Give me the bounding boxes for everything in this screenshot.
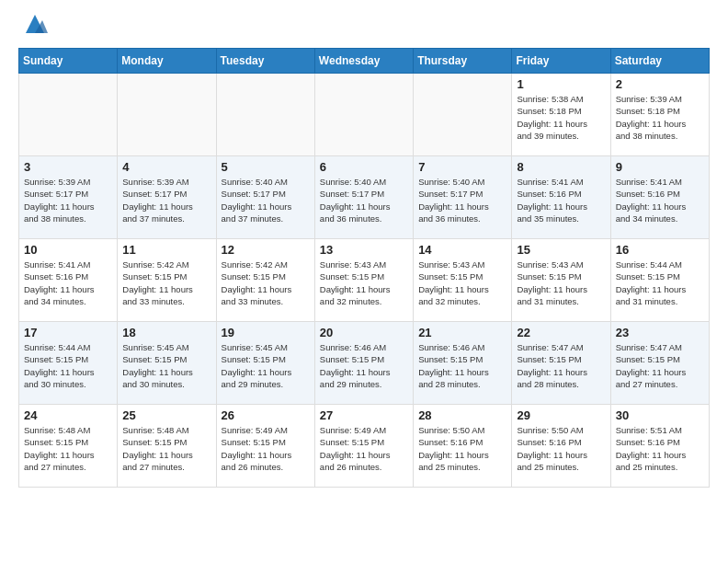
calendar-cell: 16Sunrise: 5:44 AM Sunset: 5:15 PM Dayli… bbox=[610, 239, 709, 322]
calendar-cell: 18Sunrise: 5:45 AM Sunset: 5:15 PM Dayli… bbox=[118, 322, 216, 405]
day-info: Sunrise: 5:42 AM Sunset: 5:15 PM Dayligh… bbox=[222, 259, 310, 307]
day-info: Sunrise: 5:43 AM Sunset: 5:15 PM Dayligh… bbox=[320, 259, 408, 307]
day-number: 22 bbox=[517, 326, 605, 339]
weekday-header-wednesday: Wednesday bbox=[314, 49, 413, 74]
day-number: 6 bbox=[320, 160, 408, 174]
logo bbox=[18, 15, 48, 37]
calendar-cell: 7Sunrise: 5:40 AM Sunset: 5:17 PM Daylig… bbox=[414, 156, 512, 239]
day-number: 19 bbox=[222, 326, 310, 339]
calendar-cell: 15Sunrise: 5:43 AM Sunset: 5:15 PM Dayli… bbox=[512, 239, 610, 322]
day-info: Sunrise: 5:47 AM Sunset: 5:15 PM Dayligh… bbox=[616, 341, 704, 390]
calendar-cell: 17Sunrise: 5:44 AM Sunset: 5:15 PM Dayli… bbox=[19, 322, 118, 405]
calendar-table: SundayMondayTuesdayWednesdayThursdayFrid… bbox=[18, 48, 710, 488]
day-number: 9 bbox=[616, 160, 704, 174]
day-number: 4 bbox=[122, 160, 210, 174]
day-number: 15 bbox=[517, 243, 605, 257]
day-info: Sunrise: 5:49 AM Sunset: 5:15 PM Dayligh… bbox=[222, 424, 310, 473]
day-number: 12 bbox=[222, 243, 310, 257]
day-info: Sunrise: 5:41 AM Sunset: 5:16 PM Dayligh… bbox=[24, 259, 112, 307]
day-info: Sunrise: 5:44 AM Sunset: 5:15 PM Dayligh… bbox=[616, 259, 704, 307]
calendar-cell: 5Sunrise: 5:40 AM Sunset: 5:17 PM Daylig… bbox=[216, 156, 314, 239]
day-info: Sunrise: 5:40 AM Sunset: 5:17 PM Dayligh… bbox=[418, 176, 506, 224]
day-number: 30 bbox=[616, 408, 704, 422]
day-number: 10 bbox=[24, 243, 112, 257]
day-number: 23 bbox=[616, 326, 704, 339]
calendar-week-5: 24Sunrise: 5:48 AM Sunset: 5:15 PM Dayli… bbox=[19, 405, 710, 488]
day-number: 1 bbox=[517, 77, 605, 91]
day-info: Sunrise: 5:50 AM Sunset: 5:16 PM Dayligh… bbox=[418, 424, 506, 473]
day-info: Sunrise: 5:47 AM Sunset: 5:15 PM Dayligh… bbox=[517, 341, 605, 390]
day-info: Sunrise: 5:39 AM Sunset: 5:17 PM Dayligh… bbox=[122, 176, 210, 224]
day-info: Sunrise: 5:44 AM Sunset: 5:15 PM Dayligh… bbox=[24, 341, 112, 390]
day-number: 24 bbox=[24, 408, 112, 422]
logo-icon bbox=[22, 11, 48, 37]
weekday-header-friday: Friday bbox=[512, 49, 610, 74]
day-number: 29 bbox=[517, 408, 605, 422]
day-number: 14 bbox=[418, 243, 506, 257]
day-number: 21 bbox=[418, 326, 506, 339]
day-number: 27 bbox=[320, 408, 408, 422]
weekday-header-tuesday: Tuesday bbox=[216, 49, 314, 74]
day-number: 11 bbox=[122, 243, 210, 257]
calendar-cell: 24Sunrise: 5:48 AM Sunset: 5:15 PM Dayli… bbox=[19, 405, 118, 488]
day-number: 18 bbox=[122, 326, 210, 339]
calendar-cell: 2Sunrise: 5:39 AM Sunset: 5:18 PM Daylig… bbox=[610, 74, 709, 156]
weekday-header-monday: Monday bbox=[118, 49, 216, 74]
header bbox=[18, 15, 710, 37]
calendar-cell bbox=[19, 74, 118, 156]
calendar-cell: 23Sunrise: 5:47 AM Sunset: 5:15 PM Dayli… bbox=[610, 322, 709, 405]
day-info: Sunrise: 5:49 AM Sunset: 5:15 PM Dayligh… bbox=[320, 424, 408, 473]
calendar-cell: 11Sunrise: 5:42 AM Sunset: 5:15 PM Dayli… bbox=[118, 239, 216, 322]
day-info: Sunrise: 5:43 AM Sunset: 5:15 PM Dayligh… bbox=[517, 259, 605, 307]
calendar-cell: 4Sunrise: 5:39 AM Sunset: 5:17 PM Daylig… bbox=[118, 156, 216, 239]
calendar-cell: 29Sunrise: 5:50 AM Sunset: 5:16 PM Dayli… bbox=[512, 405, 610, 488]
day-info: Sunrise: 5:40 AM Sunset: 5:17 PM Dayligh… bbox=[222, 176, 310, 224]
day-info: Sunrise: 5:41 AM Sunset: 5:16 PM Dayligh… bbox=[517, 176, 605, 224]
day-info: Sunrise: 5:48 AM Sunset: 5:15 PM Dayligh… bbox=[122, 424, 210, 473]
calendar-week-1: 1Sunrise: 5:38 AM Sunset: 5:18 PM Daylig… bbox=[19, 74, 710, 156]
weekday-header-saturday: Saturday bbox=[610, 49, 709, 74]
day-info: Sunrise: 5:45 AM Sunset: 5:15 PM Dayligh… bbox=[222, 341, 310, 390]
day-number: 17 bbox=[24, 326, 112, 339]
calendar-cell: 21Sunrise: 5:46 AM Sunset: 5:15 PM Dayli… bbox=[414, 322, 512, 405]
day-info: Sunrise: 5:50 AM Sunset: 5:16 PM Dayligh… bbox=[517, 424, 605, 473]
weekday-header-thursday: Thursday bbox=[414, 49, 512, 74]
calendar-cell: 19Sunrise: 5:45 AM Sunset: 5:15 PM Dayli… bbox=[216, 322, 314, 405]
calendar-cell bbox=[314, 74, 413, 156]
calendar-week-4: 17Sunrise: 5:44 AM Sunset: 5:15 PM Dayli… bbox=[19, 322, 710, 405]
calendar-cell bbox=[414, 74, 512, 156]
day-info: Sunrise: 5:46 AM Sunset: 5:15 PM Dayligh… bbox=[320, 341, 408, 390]
day-info: Sunrise: 5:39 AM Sunset: 5:17 PM Dayligh… bbox=[24, 176, 112, 224]
calendar-week-3: 10Sunrise: 5:41 AM Sunset: 5:16 PM Dayli… bbox=[19, 239, 710, 322]
day-info: Sunrise: 5:43 AM Sunset: 5:15 PM Dayligh… bbox=[418, 259, 506, 307]
calendar-cell bbox=[118, 74, 216, 156]
calendar-cell bbox=[216, 74, 314, 156]
calendar-cell: 6Sunrise: 5:40 AM Sunset: 5:17 PM Daylig… bbox=[314, 156, 413, 239]
day-info: Sunrise: 5:51 AM Sunset: 5:16 PM Dayligh… bbox=[616, 424, 704, 473]
calendar-week-2: 3Sunrise: 5:39 AM Sunset: 5:17 PM Daylig… bbox=[19, 156, 710, 239]
calendar-cell: 14Sunrise: 5:43 AM Sunset: 5:15 PM Dayli… bbox=[414, 239, 512, 322]
calendar-cell: 20Sunrise: 5:46 AM Sunset: 5:15 PM Dayli… bbox=[314, 322, 413, 405]
day-info: Sunrise: 5:46 AM Sunset: 5:15 PM Dayligh… bbox=[418, 341, 506, 390]
day-number: 2 bbox=[616, 77, 704, 91]
day-info: Sunrise: 5:39 AM Sunset: 5:18 PM Dayligh… bbox=[616, 93, 704, 142]
calendar-cell: 25Sunrise: 5:48 AM Sunset: 5:15 PM Dayli… bbox=[118, 405, 216, 488]
page: SundayMondayTuesdayWednesdayThursdayFrid… bbox=[0, 0, 728, 502]
calendar-header-row: SundayMondayTuesdayWednesdayThursdayFrid… bbox=[19, 49, 710, 74]
calendar-cell: 1Sunrise: 5:38 AM Sunset: 5:18 PM Daylig… bbox=[512, 74, 610, 156]
day-number: 26 bbox=[222, 408, 310, 422]
calendar-cell: 22Sunrise: 5:47 AM Sunset: 5:15 PM Dayli… bbox=[512, 322, 610, 405]
calendar-cell: 13Sunrise: 5:43 AM Sunset: 5:15 PM Dayli… bbox=[314, 239, 413, 322]
calendar-cell: 28Sunrise: 5:50 AM Sunset: 5:16 PM Dayli… bbox=[414, 405, 512, 488]
day-info: Sunrise: 5:45 AM Sunset: 5:15 PM Dayligh… bbox=[122, 341, 210, 390]
day-info: Sunrise: 5:41 AM Sunset: 5:16 PM Dayligh… bbox=[616, 176, 704, 224]
day-number: 8 bbox=[517, 160, 605, 174]
calendar-cell: 8Sunrise: 5:41 AM Sunset: 5:16 PM Daylig… bbox=[512, 156, 610, 239]
day-info: Sunrise: 5:40 AM Sunset: 5:17 PM Dayligh… bbox=[320, 176, 408, 224]
day-number: 3 bbox=[24, 160, 112, 174]
day-number: 20 bbox=[320, 326, 408, 339]
day-number: 7 bbox=[418, 160, 506, 174]
calendar-cell: 10Sunrise: 5:41 AM Sunset: 5:16 PM Dayli… bbox=[19, 239, 118, 322]
day-number: 13 bbox=[320, 243, 408, 257]
calendar-cell: 3Sunrise: 5:39 AM Sunset: 5:17 PM Daylig… bbox=[19, 156, 118, 239]
